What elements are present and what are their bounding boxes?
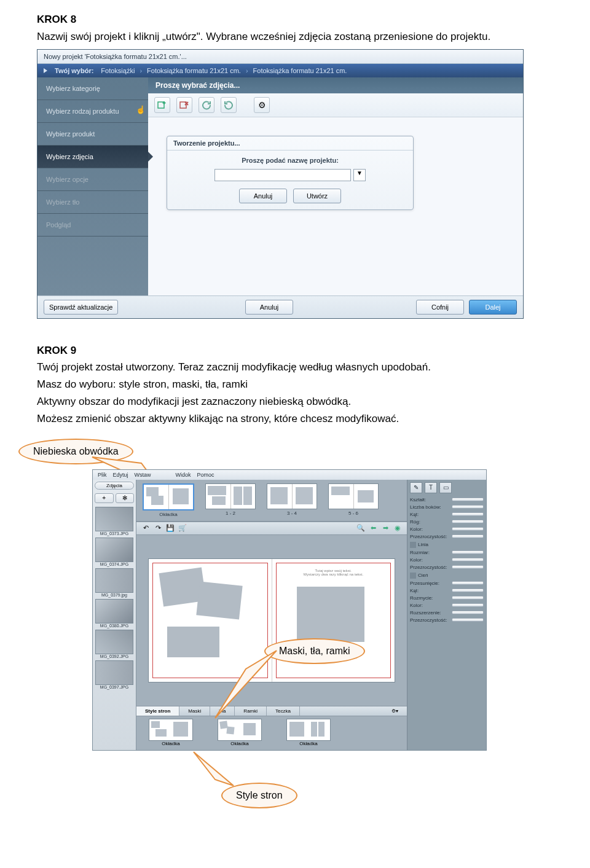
callout-styles: Style stron: [221, 783, 297, 808]
thumbnail-image: [95, 507, 133, 531]
line-checkbox[interactable]: [410, 542, 416, 548]
dialog-label: Proszę podać nazwę projektu:: [176, 157, 404, 164]
style-item[interactable]: Okładka: [149, 719, 193, 746]
prop-blur-label: Rozmycie:: [410, 595, 433, 601]
corner-slider[interactable]: [452, 520, 484, 523]
shadow-color-swatch[interactable]: [452, 603, 484, 607]
remove-image-icon[interactable]: [176, 97, 192, 113]
project-name-input[interactable]: [214, 169, 351, 181]
spread-thumb[interactable]: 3 - 4: [267, 483, 317, 517]
line-color-swatch[interactable]: [452, 558, 484, 561]
zoom-icon[interactable]: 🔍: [356, 524, 365, 533]
save-icon[interactable]: 💾: [166, 524, 175, 533]
add-folder-button[interactable]: +: [95, 493, 114, 503]
sidebar-step-product-type[interactable]: Wybierz rodzaj produktu ☝: [37, 100, 148, 123]
dropdown-arrow-icon[interactable]: ▼: [353, 169, 366, 181]
size-slider[interactable]: [452, 550, 484, 554]
menu-insert[interactable]: Wstaw: [135, 472, 151, 478]
back-button[interactable]: Cofnij: [416, 300, 464, 315]
step9-line2: Masz do wyboru: style stron, maski, tła,…: [37, 377, 553, 392]
dialog-title: Tworzenie projektu...: [167, 136, 413, 151]
breadcrumb-item[interactable]: Fotoksiążka formatu 21x21 cm.: [147, 67, 241, 74]
spread-slider[interactable]: [452, 611, 484, 614]
gear-icon[interactable]: ⚙: [254, 97, 270, 113]
line-opacity-slider[interactable]: [452, 565, 484, 569]
sidebar-step-background: Wybierz tło: [37, 191, 148, 214]
spread-thumb[interactable]: 5 - 6: [328, 483, 379, 517]
sidebar-step-product[interactable]: Wybierz produkt: [37, 123, 148, 146]
prop-shape-label: Kształt:: [410, 497, 426, 502]
chevron-right-icon: ›: [246, 67, 248, 74]
prop-color-label: Kolor:: [410, 557, 423, 563]
breadcrumb-label: Twój wybór:: [55, 67, 93, 74]
text-icon[interactable]: T: [425, 482, 437, 493]
thumbnail-image: [95, 630, 133, 654]
cart-icon[interactable]: 🛒: [178, 524, 187, 533]
create-button[interactable]: Utwórz: [293, 189, 341, 203]
callout-blue-border: Niebieska obwódka: [18, 439, 133, 464]
sides-slider[interactable]: [452, 505, 484, 509]
breadcrumb-item[interactable]: Fotoksiążka formatu 21x21 cm.: [253, 67, 347, 74]
prop-corner-label: Róg:: [410, 519, 420, 525]
step9-line1: Twój projekt został utworzony. Teraz zac…: [37, 360, 553, 375]
add-image-icon[interactable]: [154, 97, 170, 113]
footer-cancel-button[interactable]: Anuluj: [245, 300, 293, 315]
sidebar-step-photos[interactable]: Wybierz zdjęcia: [37, 146, 148, 168]
photos-tab[interactable]: Zdjęcia: [95, 482, 134, 490]
step8-text: Nazwij swój projekt i kliknij „utwórz". …: [37, 29, 553, 44]
shape-slider[interactable]: [452, 498, 484, 501]
menu-file[interactable]: Plik: [98, 472, 107, 478]
spread-thumb[interactable]: Okładka: [143, 483, 194, 517]
menu-edit[interactable]: Edytuj: [113, 472, 128, 478]
rotate-left-icon[interactable]: [199, 97, 214, 113]
style-label: Okładka: [286, 741, 331, 746]
arrow-right-icon[interactable]: ➡: [381, 524, 390, 533]
options-button[interactable]: ✻: [116, 493, 135, 503]
thumbnail-item[interactable]: MG_0397.JPG: [95, 660, 133, 689]
prop-size-label: Rozmiar:: [410, 550, 430, 555]
tab-masks[interactable]: Maski: [179, 706, 210, 716]
undo-icon[interactable]: ↶: [141, 524, 150, 533]
section-line: Linia: [418, 542, 428, 547]
edit-icon[interactable]: ✎: [410, 482, 422, 493]
color-swatch[interactable]: [452, 527, 484, 531]
shadow-angle-slider[interactable]: [452, 588, 484, 592]
thumbnail-item[interactable]: MG_0373.JPG: [95, 507, 133, 536]
fit-icon[interactable]: ◉: [393, 524, 402, 533]
menu-view[interactable]: Widok: [176, 472, 191, 478]
step9-line4: Możesz zmienić obszar aktywny klikając n…: [37, 412, 553, 426]
thumbnail-item[interactable]: MG_0392.JPG: [95, 630, 133, 659]
wizard-main: Proszę wybrać zdjęcia... ⚙ Tworzenie: [148, 77, 523, 295]
arrow-left-icon[interactable]: ⬅: [369, 524, 377, 533]
redo-icon[interactable]: ↷: [154, 524, 162, 533]
gear-icon[interactable]: ⚙▾: [383, 706, 407, 716]
menu-help[interactable]: Pomoc: [197, 472, 214, 478]
check-updates-button[interactable]: Sprawdź aktualizacje: [44, 300, 118, 315]
sidebar-step-category[interactable]: Wybierz kategorię: [37, 77, 148, 100]
prop-spread-label: Rozszerzenie:: [410, 610, 441, 616]
opacity-slider[interactable]: [452, 534, 484, 538]
next-button[interactable]: Dalej: [469, 300, 517, 315]
style-item[interactable]: Okładka: [286, 719, 331, 746]
angle-slider[interactable]: [452, 512, 484, 516]
rotate-right-icon[interactable]: [221, 97, 237, 113]
shadow-opacity-slider[interactable]: [452, 618, 484, 622]
window-title: Nowy projekt 'Fotoksiążka formatu 21x21 …: [37, 50, 523, 64]
thumbnail-label: MG_0380.JPG: [95, 624, 133, 628]
blur-slider[interactable]: [452, 596, 484, 600]
thumbnail-item[interactable]: MG_0374.JPG: [95, 538, 133, 566]
cancel-button[interactable]: Anuluj: [239, 189, 287, 203]
shape-icon[interactable]: ▭: [439, 482, 452, 493]
thumbnail-item[interactable]: MG_0380.JPG: [95, 599, 133, 628]
shadow-checkbox[interactable]: [410, 573, 416, 579]
wizard-sidebar: Wybierz kategorię Wybierz rodzaj produkt…: [37, 77, 148, 295]
thumbnail-item[interactable]: MG_0379.jpg: [95, 568, 133, 597]
spread-thumb[interactable]: 1 - 2: [205, 483, 256, 517]
create-project-dialog: Tworzenie projektu... Proszę podać nazwę…: [167, 136, 414, 210]
sidebar-step-options: Wybierz opcje: [37, 168, 148, 191]
tab-page-styles[interactable]: Style stron: [136, 706, 179, 716]
thumbnail-label: MG_0373.JPG: [95, 531, 133, 536]
sidebar-step-label: Wybierz rodzaj produktu: [46, 108, 119, 115]
breadcrumb-item[interactable]: Fotoksiążki: [101, 67, 135, 74]
offset-slider[interactable]: [452, 581, 484, 585]
